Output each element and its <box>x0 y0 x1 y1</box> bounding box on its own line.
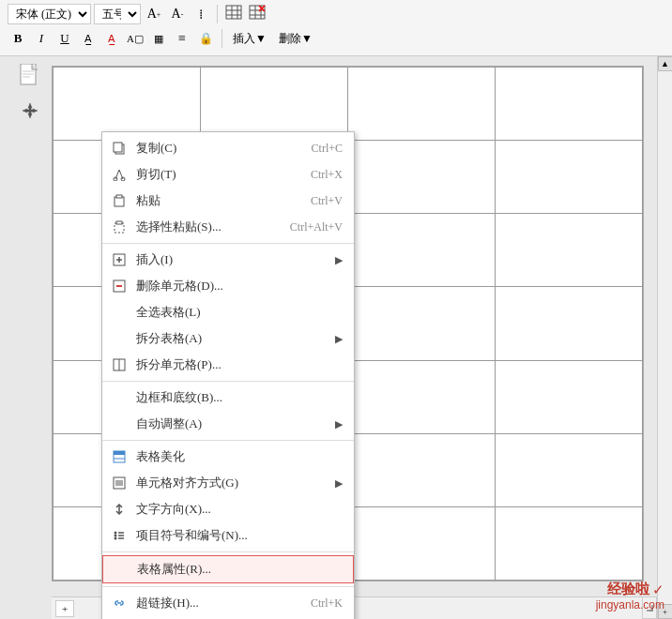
table-cell[interactable] <box>348 141 496 214</box>
italic-btn[interactable]: I <box>31 28 52 49</box>
menu-item-border-shading[interactable]: 边框和底纹(B)... <box>102 385 354 411</box>
toolbar-sep1 <box>217 5 218 23</box>
line-spacing-btn[interactable]: ⁞ <box>191 4 211 24</box>
table-cell[interactable] <box>348 287 496 360</box>
add-col-btn[interactable]: + <box>55 600 74 617</box>
menu-item-split-cell[interactable]: 拆分单元格(P)... <box>102 352 354 378</box>
table-cell[interactable] <box>348 433 496 506</box>
menu-item-bullets[interactable]: 项目符号和编号(N)... <box>102 522 354 549</box>
svg-rect-26 <box>116 221 122 224</box>
table-cell[interactable] <box>348 214 496 287</box>
border-icon: ▦ <box>154 33 163 45</box>
menu-item-hyperlink[interactable]: 超链接(H)...Ctrl+K <box>102 590 354 616</box>
svg-rect-24 <box>116 195 122 198</box>
vertical-scrollbar[interactable]: ▲ + <box>657 56 672 619</box>
menu-item-label-cut: 剪切(T) <box>136 166 176 183</box>
delete-cell-icon <box>110 279 129 293</box>
document-area: ▲ + + 复制(C)Ctrl+C剪切(T)Ctrl+X粘贴Ctrl+V选择性粘… <box>0 56 672 619</box>
svg-point-42 <box>115 532 117 535</box>
menu-item-label-table-props: 表格属性(R)... <box>137 561 211 578</box>
table-cell[interactable] <box>496 360 643 433</box>
menu-item-table-beautify[interactable]: 表格美化 <box>102 444 354 470</box>
table-grid-icon <box>225 5 242 23</box>
table-cell[interactable] <box>496 506 643 580</box>
bullets-icon <box>110 529 129 542</box>
paragraph-icon: ≡ <box>178 31 186 46</box>
table-cell[interactable] <box>496 433 643 506</box>
menu-item-label-auto-adjust: 自动调整(A) <box>136 415 202 432</box>
delete-table-icon <box>249 5 266 23</box>
font-size-select[interactable]: 五号 <box>94 4 141 24</box>
highlight-icon: A̲ <box>84 33 92 45</box>
table-cell[interactable] <box>496 214 643 287</box>
menu-item-label-table-beautify: 表格美化 <box>136 448 185 465</box>
menu-shortcut-paste-special: Ctrl+Alt+V <box>271 220 343 234</box>
table-cell[interactable] <box>348 68 496 141</box>
toolbar-row2: B I U A̲ A̲ A▢ ▦ ≡ 🔒 插入▼ 删除▼ <box>8 28 664 49</box>
menu-shortcut-cut: Ctrl+X <box>292 168 343 182</box>
menu-item-label-copy: 复制(C) <box>136 140 176 157</box>
submenu-arrow-insert: ▶ <box>335 254 343 266</box>
watermark-text: 经验啦 <box>607 581 649 598</box>
menu-item-label-split-table: 拆分表格(A) <box>136 330 202 347</box>
svg-rect-35 <box>114 451 125 455</box>
table-cell[interactable] <box>53 68 201 141</box>
watermark-check: ✓ <box>652 581 664 598</box>
svg-point-44 <box>115 535 117 537</box>
border-btn[interactable]: ▦ <box>148 28 169 49</box>
table-cell[interactable] <box>348 506 496 580</box>
font-family-select[interactable]: 宋体 (正文) <box>8 4 91 24</box>
menu-item-label-paste-special: 选择性粘贴(S)... <box>136 219 221 235</box>
font-color-btn[interactable]: A̲ <box>101 28 122 49</box>
paragraph-btn[interactable]: ≡ <box>172 28 192 49</box>
menu-separator <box>102 381 354 382</box>
menu-item-label-delete-cell: 删除单元格(D)... <box>136 278 223 294</box>
menu-item-label-text-direction: 文字方向(X)... <box>136 501 211 518</box>
scroll-up-btn[interactable]: ▲ <box>658 56 673 71</box>
table-beautify-icon <box>110 450 129 463</box>
table-cell[interactable] <box>348 360 496 433</box>
delete-table-icon-btn[interactable] <box>247 4 267 24</box>
menu-separator <box>102 440 354 441</box>
menu-item-label-bullets: 项目符号和编号(N)... <box>136 527 248 544</box>
delete-dropdown-btn[interactable]: 删除▼ <box>274 28 317 49</box>
menu-separator <box>102 586 354 587</box>
toolbar-sep2 <box>221 29 222 48</box>
menu-item-delete-cell[interactable]: 删除单元格(D)... <box>102 273 354 299</box>
table-cell[interactable] <box>496 68 643 141</box>
menu-item-table-props[interactable]: 表格属性(R)... <box>102 555 354 583</box>
menu-item-split-table[interactable]: 拆分表格(A)▶ <box>102 325 354 352</box>
underline-btn[interactable]: U <box>54 28 75 49</box>
bold-btn[interactable]: B <box>8 28 28 49</box>
context-menu: 复制(C)Ctrl+C剪切(T)Ctrl+X粘贴Ctrl+V选择性粘贴(S)..… <box>101 131 355 619</box>
menu-item-auto-adjust[interactable]: 自动调整(A)▶ <box>102 411 354 437</box>
watermark: 经验啦 ✓ jingyanla.com <box>596 581 664 611</box>
insert-label: 插入▼ <box>233 31 267 47</box>
split-cell-icon <box>110 358 129 371</box>
menu-item-insert[interactable]: 插入(I)▶ <box>102 247 354 273</box>
submenu-arrow-split-table: ▶ <box>335 333 343 345</box>
menu-item-cut[interactable]: 剪切(T)Ctrl+X <box>102 161 354 188</box>
menu-item-select-all[interactable]: 全选表格(L) <box>102 299 354 325</box>
menu-item-copy[interactable]: 复制(C)Ctrl+C <box>102 135 354 161</box>
menu-item-cell-align[interactable]: 单元格对齐方式(G)▶ <box>102 470 354 496</box>
submenu-arrow-auto-adjust: ▶ <box>335 418 343 430</box>
insert-table-icon-btn[interactable] <box>223 4 244 24</box>
table-cell[interactable] <box>496 141 643 214</box>
font-size-down-btn[interactable]: A- <box>167 4 188 24</box>
menu-shortcut-copy: Ctrl+C <box>293 142 343 156</box>
insert-dropdown-btn[interactable]: 插入▼ <box>228 28 271 49</box>
font-size-up-btn[interactable]: A+ <box>144 4 164 24</box>
menu-item-text-direction[interactable]: 文字方向(X)... <box>102 496 354 522</box>
insert-icon <box>110 253 129 266</box>
table-cell[interactable] <box>201 68 348 141</box>
menu-item-paste-special[interactable]: 选择性粘贴(S)...Ctrl+Alt+V <box>102 214 354 240</box>
char-shading-btn[interactable]: A▢ <box>125 28 145 49</box>
menu-item-label-split-cell: 拆分单元格(P)... <box>136 356 221 373</box>
highlight-btn[interactable]: A̲ <box>78 28 99 49</box>
toolbar: 宋体 (正文) 五号 A+ A- ⁞ <box>0 0 672 56</box>
menu-item-paste[interactable]: 粘贴Ctrl+V <box>102 188 354 214</box>
submenu-arrow-cell-align: ▶ <box>335 477 343 490</box>
lock-btn[interactable]: 🔒 <box>195 28 216 49</box>
table-cell[interactable] <box>496 287 643 360</box>
